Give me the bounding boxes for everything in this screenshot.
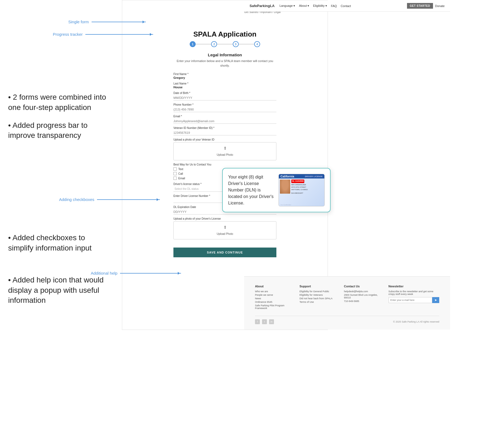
progress-step-3[interactable]: 3 bbox=[233, 41, 239, 47]
annotation-text-2: • Added progress bar to improve transpar… bbox=[8, 120, 111, 141]
dob-label: Date of Birth * bbox=[173, 92, 276, 95]
nav-contact[interactable]: Contact bbox=[341, 4, 351, 8]
progress-tracker-label[interactable]: Progress tracker bbox=[53, 32, 83, 37]
footer-newsletter: Newsletter Subscribe to the newsletter a… bbox=[389, 285, 439, 310]
upload-veteran-box[interactable]: ⬆ Upload Photo bbox=[173, 142, 276, 160]
nav-logo: SafeParkingLA bbox=[250, 4, 274, 8]
annotation-text-4: • Added help icon that would display a p… bbox=[8, 275, 111, 306]
footer-about-link-4[interactable]: Safe Parking Pilot Program Framework bbox=[255, 304, 294, 310]
dl-photo bbox=[280, 180, 290, 194]
checkbox-call[interactable] bbox=[173, 172, 177, 175]
dl-photo-face bbox=[280, 180, 290, 194]
annotations-panel: • 2 forms were combined into one four-st… bbox=[0, 41, 119, 318]
veteran-id-input[interactable] bbox=[173, 130, 276, 135]
footer-contact-phone: 710-949-5685 bbox=[344, 300, 383, 303]
single-form-arrow-row: Single form bbox=[68, 20, 146, 24]
form-inner: Legal Information Enter your information… bbox=[168, 53, 282, 265]
footer-about-link-3[interactable]: Ordinance 6545 bbox=[255, 301, 294, 303]
popup-text: Your eight (8) digit Driver's License Nu… bbox=[228, 174, 274, 206]
footer-about-link-0[interactable]: Who we are bbox=[255, 290, 294, 293]
newsletter-submit[interactable]: ➤ bbox=[432, 297, 439, 303]
dob-input[interactable] bbox=[173, 95, 276, 100]
footer-support-link-3[interactable]: Terms of Use bbox=[299, 301, 338, 303]
footer-about-link-2[interactable]: News bbox=[255, 297, 294, 300]
additional-help-arrow-line bbox=[120, 273, 181, 274]
phone-group: Phone Number * bbox=[173, 103, 276, 112]
footer-support-title: Support bbox=[299, 285, 338, 288]
dl-card-visual: California DRIVER LICENSE DL 11234568 IM… bbox=[279, 174, 325, 206]
email-label: Email * bbox=[173, 115, 276, 118]
nav-donate[interactable]: Donate bbox=[435, 4, 445, 8]
social-linkedin-icon[interactable]: in bbox=[269, 319, 274, 324]
nav-language[interactable]: Language ▾ bbox=[279, 4, 295, 8]
nav-about[interactable]: About ▾ bbox=[299, 4, 309, 8]
single-form-label[interactable]: Single form bbox=[68, 20, 89, 24]
browser-mockup: SafeParkingLA Language ▾ About ▾ Eligibi… bbox=[122, 0, 328, 330]
annotation-block-3: • Added checkboxes to simplify informati… bbox=[8, 233, 111, 253]
dob-group: Date of Birth * bbox=[173, 92, 276, 100]
annotation-block-4: • Added help icon that would display a p… bbox=[8, 275, 111, 306]
get-started-button[interactable]: GET STARTED bbox=[407, 3, 433, 9]
dl-type: DRIVER LICENSE bbox=[305, 176, 323, 177]
footer: About Who we are People we serve News Or… bbox=[244, 276, 450, 330]
progress-step-4[interactable]: 4 bbox=[254, 41, 260, 47]
first-name-group: First Name * Gregory bbox=[173, 73, 276, 79]
footer-contact-email[interactable]: helpdesk@helpla.com bbox=[344, 290, 383, 293]
upload-dl-icon: ⬆ bbox=[177, 225, 273, 230]
form-section-title: Legal Information bbox=[173, 53, 276, 57]
footer-newsletter-form: ➤ bbox=[389, 297, 439, 303]
footer-support-link-1[interactable]: Eligibility for Veterans bbox=[299, 294, 338, 296]
checkbox-text-label: Text bbox=[178, 168, 183, 171]
single-form-arrow-line bbox=[92, 22, 146, 22]
progress-bar: 1 2 3 4 bbox=[190, 41, 260, 47]
checkbox-text[interactable] bbox=[173, 167, 177, 171]
footer-about-link-1[interactable]: People we serve bbox=[255, 294, 294, 296]
upload-dl-label: Upload a photo of your Driver's License bbox=[173, 217, 276, 220]
nav-eligibility[interactable]: Eligibility ▾ bbox=[313, 4, 327, 8]
first-name-value: Gregory bbox=[173, 76, 276, 79]
phone-input[interactable] bbox=[173, 107, 276, 112]
footer-about: About Who we are People we serve News Or… bbox=[255, 285, 294, 310]
dl-info-line-0: DLN 08/15/1977 bbox=[291, 192, 323, 194]
nav-faq[interactable]: FAQ bbox=[331, 4, 337, 8]
last-name-value: House bbox=[173, 86, 276, 89]
footer-copyright: © 2025 Safe Parking LA All rights reserv… bbox=[393, 320, 439, 323]
footer-newsletter-title: Newsletter bbox=[389, 285, 439, 288]
footer-support-link-0[interactable]: Eligibility for General Public bbox=[299, 290, 338, 293]
footer-newsletter-subtitle: Subscribe to the newsletter and get some… bbox=[389, 290, 439, 295]
footer-bottom: f t in © 2025 Safe Parking LA All rights… bbox=[255, 316, 439, 324]
popup-card: Your eight (8) digit Driver's License Nu… bbox=[222, 168, 331, 212]
checkbox-email[interactable] bbox=[173, 177, 177, 180]
social-twitter-icon[interactable]: t bbox=[262, 319, 267, 324]
annotation-text-3: • Added checkboxes to simplify informati… bbox=[8, 233, 111, 253]
newsletter-input[interactable] bbox=[389, 297, 432, 303]
upload-veteran-group: Upload a photo of your Veteran ID ⬆ Uplo… bbox=[173, 138, 276, 160]
dl-number-highlight: DL 11234568 bbox=[291, 180, 304, 183]
footer-about-title: About bbox=[255, 285, 294, 288]
footer-grid: About Who we are People we serve News Or… bbox=[255, 285, 439, 310]
progress-connector-3 bbox=[239, 44, 254, 44]
progress-tracker-arrow-line bbox=[85, 34, 153, 35]
last-name-label: Last Name * bbox=[173, 82, 276, 85]
footer-contact: Contact Us helpdesk@helpla.com 2900 Suns… bbox=[344, 285, 383, 310]
dl-card-image: California DRIVER LICENSE DL 11234568 IM… bbox=[279, 174, 325, 206]
upload-dl-btn[interactable]: Upload Photo bbox=[217, 232, 233, 235]
annotation-text-1: • 2 forms were combined into one four-st… bbox=[8, 92, 111, 113]
dl-address: 2570 24TH STREET ANYTOWN, CA 90815 bbox=[291, 186, 323, 191]
save-continue-button[interactable]: SAVE AND CONTINUE bbox=[173, 248, 276, 257]
progress-step-1[interactable]: 1 bbox=[190, 41, 196, 47]
page-title: SPALA Application bbox=[193, 30, 256, 38]
navbar: SafeParkingLA Language ▾ About ▾ Eligibi… bbox=[244, 0, 450, 12]
upload-dl-group: Upload a photo of your Driver's License … bbox=[173, 217, 276, 239]
footer-support: Support Eligibility for General Public E… bbox=[299, 285, 338, 310]
email-input[interactable] bbox=[173, 119, 276, 124]
upload-veteran-icon: ⬆ bbox=[177, 146, 273, 151]
nav-links: Language ▾ About ▾ Eligibility ▾ FAQ Con… bbox=[279, 4, 407, 8]
footer-support-link-2[interactable]: Did not hear back from SPALA bbox=[299, 297, 338, 300]
dl-state: California bbox=[280, 175, 294, 178]
social-icons: f t in bbox=[255, 319, 274, 324]
social-facebook-icon[interactable]: f bbox=[255, 319, 260, 324]
progress-step-2[interactable]: 2 bbox=[211, 41, 217, 47]
upload-dl-box[interactable]: ⬆ Upload Photo bbox=[173, 221, 276, 239]
upload-veteran-btn[interactable]: Upload Photo bbox=[217, 153, 233, 156]
